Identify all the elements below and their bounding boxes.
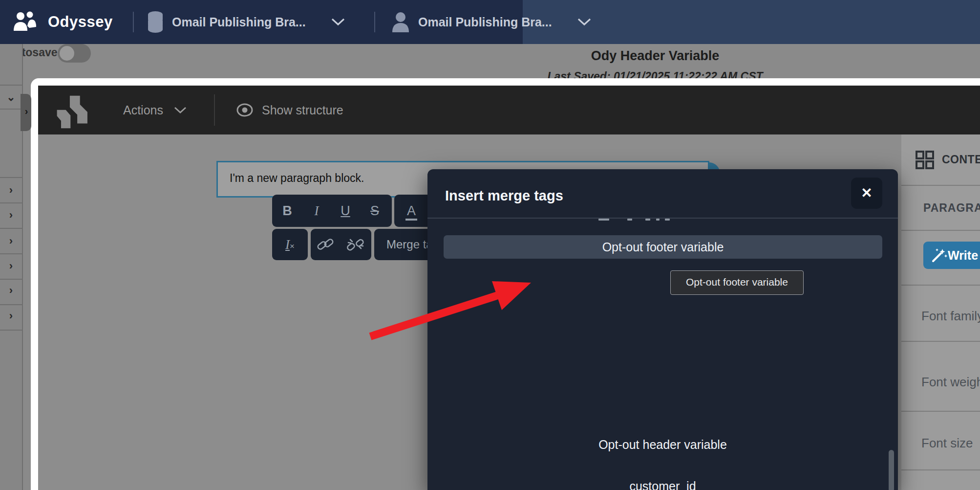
account-selector[interactable]: Omail Publishing Bra... xyxy=(391,0,591,44)
expand-chevron-icon[interactable]: › xyxy=(0,209,22,222)
clear-format-group: I× xyxy=(272,229,308,260)
sidebar-divider xyxy=(901,230,980,231)
bold-button[interactable]: B xyxy=(272,203,302,219)
collapse-chevron-icon[interactable]: ⌄ xyxy=(0,91,22,104)
app-root: Odyssey Omail Publishing Bra... Omail Pu… xyxy=(0,0,980,490)
unlink-icon[interactable] xyxy=(346,237,365,252)
sidebar-divider xyxy=(901,341,980,342)
merge-tag-option[interactable]: Opt-out header variable xyxy=(427,436,898,453)
rail-divider xyxy=(0,85,22,86)
font-weight-field[interactable]: Font weight xyxy=(921,375,980,390)
modal-header-divider xyxy=(427,218,898,219)
font-family-field[interactable]: Font family xyxy=(921,309,980,324)
expand-chevron-icon[interactable]: › xyxy=(0,310,22,322)
navbar-right-section xyxy=(523,0,980,44)
merge-tag-option-highlighted[interactable]: Opt-out footer variable xyxy=(444,235,882,259)
brand-title: Odyssey xyxy=(48,0,113,44)
rail-divider xyxy=(0,177,22,178)
rail-divider xyxy=(0,279,22,280)
insert-merge-tags-modal: Insert merge tags ✕ Opt-out footer varia… xyxy=(427,169,898,490)
navbar-divider xyxy=(374,12,375,32)
document-title: Ody Header Variable xyxy=(509,48,802,64)
content-grid-icon xyxy=(916,151,934,169)
rail-divider xyxy=(0,228,22,229)
autosave-toggle[interactable] xyxy=(58,44,91,63)
workspace-selector-label: Omail Publishing Bra... xyxy=(172,15,306,29)
rail-divider xyxy=(0,253,22,254)
show-structure-button[interactable]: Show structure xyxy=(236,86,343,134)
close-button[interactable]: ✕ xyxy=(851,178,882,209)
sidebar-divider xyxy=(901,469,980,470)
chevron-down-icon xyxy=(174,107,187,114)
person-icon xyxy=(391,11,410,33)
close-icon: ✕ xyxy=(861,185,872,200)
magic-wand-icon xyxy=(931,247,948,263)
rail-divider xyxy=(0,330,22,331)
clipped-item-remnant xyxy=(627,219,632,221)
italic-button[interactable]: I xyxy=(302,203,331,219)
chevron-down-icon xyxy=(331,18,345,26)
expand-chevron-icon[interactable]: › xyxy=(0,284,22,297)
tooltip: Opt-out footer variable xyxy=(670,270,804,295)
modal-scrollbar-thumb[interactable] xyxy=(889,450,894,490)
chevron-down-icon xyxy=(577,18,591,26)
text-color-button[interactable]: A xyxy=(394,203,428,219)
editor-brand-logo xyxy=(54,94,97,130)
toggle-knob xyxy=(60,46,74,61)
navbar-divider xyxy=(133,12,134,32)
link-icon[interactable] xyxy=(317,237,334,252)
paragraph-section-title: PARAGRAPH xyxy=(923,201,980,215)
rail-divider xyxy=(0,202,22,203)
font-size-field[interactable]: Font size xyxy=(921,436,973,451)
actions-label: Actions xyxy=(123,103,163,117)
clear-format-glyph: I xyxy=(285,237,290,252)
database-icon xyxy=(147,11,164,33)
top-navbar: Odyssey Omail Publishing Bra... Omail Pu… xyxy=(0,0,980,44)
sidebar-divider xyxy=(901,185,980,186)
rail-divider xyxy=(0,109,22,110)
paragraph-text: I'm a new paragraph block. xyxy=(230,172,364,185)
clipped-item-remnant xyxy=(598,219,609,221)
merge-tag-option[interactable]: customer_id xyxy=(427,478,898,490)
clipped-item-remnant xyxy=(665,219,670,221)
expand-chevron-icon[interactable]: › xyxy=(0,260,22,272)
clipped-item-remnant xyxy=(645,219,650,221)
merge-tags-label: Merge ta xyxy=(374,238,433,251)
format-toolbar-text-group: B I U S xyxy=(272,195,392,227)
clear-format-x: × xyxy=(290,242,295,251)
header-divider xyxy=(214,94,215,126)
write-button[interactable]: Write xyxy=(923,242,980,269)
modal-title: Insert merge tags xyxy=(445,188,563,204)
workspace-selector[interactable]: Omail Publishing Bra... xyxy=(147,0,345,44)
text-color-glyph: A xyxy=(405,203,417,221)
clipped-item-remnant xyxy=(656,219,660,221)
sidebar-divider xyxy=(901,285,980,286)
editor-header: Actions Show structure xyxy=(38,86,980,134)
eye-icon xyxy=(236,103,253,117)
strikethrough-button[interactable]: S xyxy=(360,203,389,219)
odyssey-people-icon xyxy=(13,10,37,34)
account-selector-label: Omail Publishing Bra... xyxy=(418,15,552,29)
link-group xyxy=(311,229,371,260)
sidebar-divider xyxy=(901,411,980,412)
clear-format-button[interactable]: I× xyxy=(272,237,308,252)
tab-content[interactable]: CONTENT xyxy=(942,153,980,166)
show-structure-label: Show structure xyxy=(262,103,343,117)
underline-button[interactable]: U xyxy=(331,203,360,219)
actions-dropdown[interactable]: Actions xyxy=(123,86,187,134)
flap-chevron-icon: › xyxy=(21,106,31,117)
rail-divider xyxy=(0,304,22,305)
expand-chevron-icon[interactable]: › xyxy=(0,184,22,197)
expand-chevron-icon[interactable]: › xyxy=(0,235,22,247)
write-button-label: Write xyxy=(948,248,978,263)
